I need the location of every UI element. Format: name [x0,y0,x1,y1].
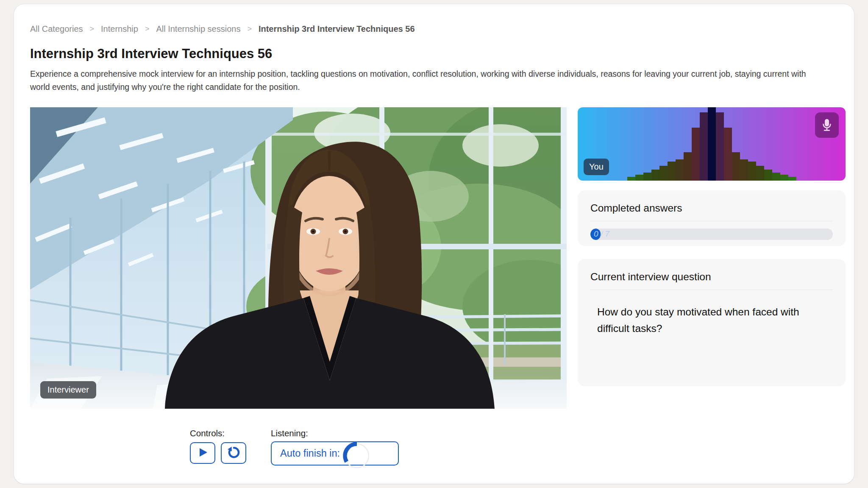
controls-label: Controls: [190,428,246,439]
main-card: All Categories>Internship>All Internship… [14,4,854,484]
interviewer-label: Interviewer [40,381,96,399]
divider [590,290,833,290]
you-label: You [584,159,609,175]
auto-finish-button[interactable]: Auto finish in: [271,441,399,466]
play-button[interactable] [190,442,215,464]
microphone-button[interactable] [815,112,839,138]
audio-bar [684,152,692,181]
breadcrumb-link[interactable]: All Categories [30,24,83,34]
auto-finish-text: Auto finish in: [280,448,340,459]
countdown-progress-ring [343,436,370,471]
audio-bar [651,170,659,181]
progress-text: 0 / 7 [594,229,609,239]
replay-icon [227,446,240,460]
microphone-icon [821,117,833,133]
breadcrumb-separator: > [145,25,150,33]
current-question-card: Current interview question How do you st… [578,259,846,386]
audio-bar [748,162,756,181]
audio-bar [780,175,788,181]
audio-bar [724,128,732,181]
audio-bar [716,112,724,181]
breadcrumb: All Categories>Internship>All Internship… [30,23,838,34]
audio-bar [756,166,764,181]
replay-button[interactable] [221,442,246,464]
audio-bar [676,159,684,181]
audio-bar [772,173,780,181]
breadcrumb-separator: > [247,25,252,33]
current-question-title: Current interview question [590,271,833,283]
user-audio-panel: You [578,107,846,181]
audio-visualizer [578,107,846,181]
audio-bar [708,107,716,181]
page-description: Experience a comprehensive mock intervie… [30,67,818,94]
breadcrumb-separator: > [90,25,95,33]
audio-bar [659,166,668,181]
audio-bar [692,128,700,181]
play-icon [197,447,209,459]
listening-label: Listening: [271,428,399,439]
question-text: How do you stay motivated when faced wit… [597,304,826,337]
audio-bar [764,170,772,181]
completed-answers-card: Completed answers 0 / 7 [578,190,846,246]
audio-bar [700,112,708,181]
listening-group: Listening: Auto finish in: [271,428,399,466]
page-title: Internship 3rd Interview Techniques 56 [30,45,838,62]
audio-bar [643,173,651,181]
controls-group: Controls: [190,428,246,466]
divider [590,221,833,221]
audio-bar [788,177,796,181]
breadcrumb-current: Internship 3rd Interview Techniques 56 [259,24,415,34]
breadcrumb-link[interactable]: All Internship sessions [156,24,240,34]
audio-bar [740,159,748,181]
completed-progress-bar: 0 / 7 [590,229,833,240]
completed-answers-title: Completed answers [590,202,833,214]
interviewer-video[interactable]: Interviewer [30,107,567,409]
breadcrumb-link[interactable]: Internship [101,24,138,34]
audio-bar [668,162,676,181]
audio-bar [627,177,635,181]
audio-bar [635,175,643,181]
audio-bar [732,152,740,181]
interviewer-scene-image [30,107,567,409]
